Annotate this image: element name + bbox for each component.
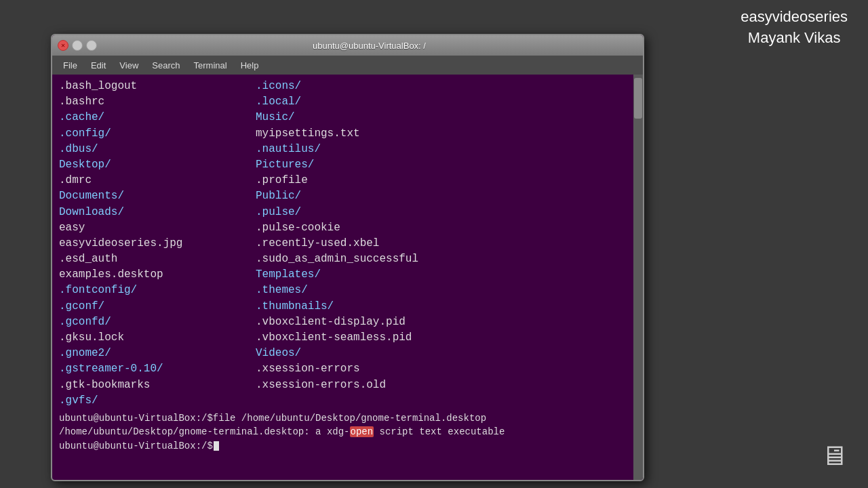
file-entry: .gstreamer-0.10/ [59,361,256,377]
file-col-left: .bash_logout .bashrc .cache/ .config/ .d… [59,79,256,409]
file-entry: .bash_logout [59,79,256,94]
menu-search[interactable]: Search [146,58,185,73]
file-entry: .gtk-bookmarks [59,378,256,393]
result-path: /home/ubuntu/Desktop/gnome-terminal.desk… [59,426,310,437]
file-entry: .bashrc [59,94,256,110]
result-before-highlight: a xdg- [315,426,349,437]
file-entry: .esd_auth [59,251,256,267]
file-entry: Downloads/ [59,205,256,220]
title-bar: ✕ ubuntu@ubuntu-VirtualBox: / [52,35,643,56]
overlay-line2: Mayank Vikas [741,28,848,49]
menu-help[interactable]: Help [235,58,264,73]
command-line-2: ubuntu@ubuntu-VirtualBox:/$ [59,439,627,453]
file-entry: .thumbnails/ [256,299,627,314]
file-entry: .xsession-errors [256,361,627,377]
terminal-window: ✕ ubuntu@ubuntu-VirtualBox: / File Edit … [51,34,644,481]
file-entry: Music/ [256,110,627,125]
file-entry: myipsettings.txt [256,126,627,142]
prompt-2: ubuntu@ubuntu-VirtualBox:/$ [59,439,213,453]
scrollbar[interactable] [633,75,643,480]
file-entry: examples.desktop [59,267,256,283]
file-entry: .themes/ [256,283,627,298]
file-entry: .sudo_as_admin_successful [256,251,627,267]
file-entry: .gconfd/ [59,314,256,330]
file-entry: .dmrc [59,173,256,188]
scrollbar-thumb[interactable] [634,78,642,119]
prompt-1: ubuntu@ubuntu-VirtualBox:/$ [59,411,213,425]
cmd-text-1: file /home/ubuntu/Desktop/gnome-terminal… [213,411,486,425]
menu-terminal[interactable]: Terminal [189,58,233,73]
file-entry: .dbus/ [59,142,256,157]
file-entry: .nautilus/ [256,142,627,157]
file-entry: .recently-used.xbel [256,236,627,251]
terminal-output: .bash_logout .bashrc .cache/ .config/ .d… [52,75,633,480]
file-entry: .profile [256,173,627,188]
command-line-1: ubuntu@ubuntu-VirtualBox:/$ file /home/u… [59,411,627,425]
file-entry: .config/ [59,126,256,142]
computer-icon: 🖥 [821,441,854,474]
overlay-line1: easyvideoseries [741,7,848,28]
file-listing: .bash_logout .bashrc .cache/ .config/ .d… [59,79,627,409]
file-entry: Documents/ [59,188,256,204]
file-entry: Videos/ [256,346,627,361]
window-title: ubuntu@ubuntu-VirtualBox: / [101,41,637,51]
menu-file[interactable]: File [58,58,83,73]
result-line: /home/ubuntu/Desktop/gnome-terminal.desk… [59,425,627,439]
file-entry: Desktop/ [59,157,256,173]
file-entry: .gksu.lock [59,330,256,346]
file-entry: .pulse-cookie [256,220,627,236]
file-entry: easyvideoseries.jpg [59,236,256,251]
result-after-highlight: script text executable [374,426,505,437]
file-entry: .vboxclient-seamless.pid [256,330,627,346]
file-entry: .cache/ [59,110,256,125]
file-entry: .icons/ [256,79,627,94]
file-entry: .gconf/ [59,299,256,314]
close-button[interactable]: ✕ [58,40,68,51]
file-entry: .vboxclient-display.pid [256,314,627,330]
minimize-button[interactable] [72,40,83,51]
file-entry: Public/ [256,188,627,204]
menu-view[interactable]: View [114,58,144,73]
file-entry: .fontconfig/ [59,283,256,298]
maximize-button[interactable] [86,40,97,51]
file-entry: easy [59,220,256,236]
top-right-overlay: easyvideoseries Mayank Vikas [734,0,854,56]
file-entry: Pictures/ [256,157,627,173]
file-entry: .gnome2/ [59,346,256,361]
menu-bar: File Edit View Search Terminal Help [52,56,643,75]
highlight-open: open [350,426,374,437]
terminal-cursor [214,441,219,451]
file-entry: .xsession-errors.old [256,378,627,393]
window-controls: ✕ [58,40,97,51]
file-entry: .gvfs/ [59,393,256,409]
file-entry: .pulse/ [256,205,627,220]
file-col-right: .icons/ .local/ Music/ myipsettings.txt … [256,79,627,409]
menu-edit[interactable]: Edit [85,58,111,73]
file-entry: Templates/ [256,267,627,283]
file-entry: .local/ [256,94,627,110]
